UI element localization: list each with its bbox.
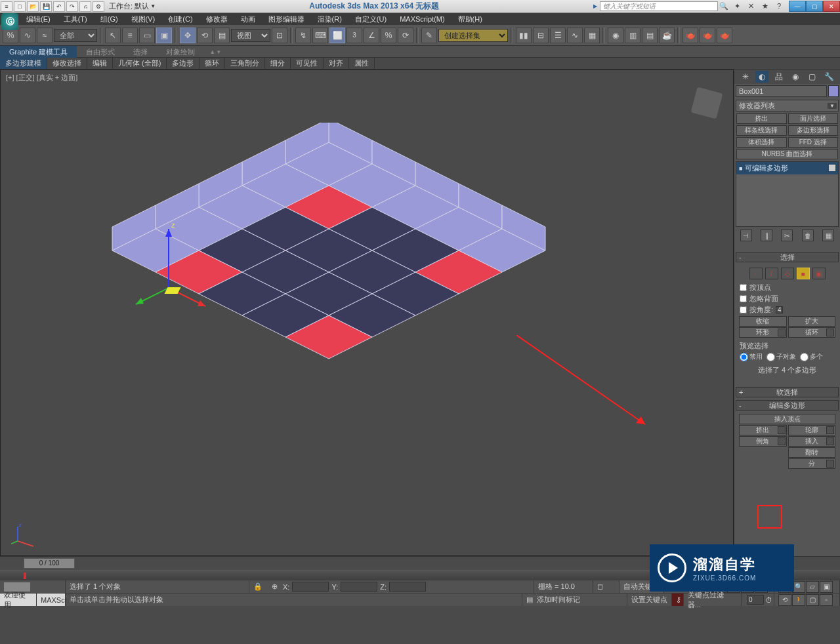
schematic-icon[interactable]: ▦ (584, 28, 600, 43)
radio-preview-multi[interactable] (800, 353, 808, 361)
menu-group[interactable]: 组(G) (94, 14, 125, 24)
subtab-geomall[interactable]: 几何体 (全部) (113, 58, 167, 69)
named-selection-set[interactable]: 创建选择集 (438, 29, 508, 42)
angle-spinner[interactable] (776, 306, 783, 313)
snap-3d-icon[interactable]: 3 (346, 28, 362, 43)
btn-shrink[interactable]: 收缩 (739, 316, 787, 327)
ribbon-objectpaint[interactable]: 对象绘制 (157, 46, 204, 58)
pin-stack-icon[interactable]: ⊣ (740, 230, 752, 241)
render-setup-icon[interactable]: ▥ (625, 28, 640, 43)
menu-tools[interactable]: 工具(T) (57, 14, 94, 24)
qa-new-icon[interactable]: □ (14, 1, 26, 12)
exchange-icon[interactable]: ✕ (746, 1, 757, 12)
qa-settings-icon[interactable]: ⚙ (93, 1, 104, 12)
subtab-polymodel[interactable]: 多边形建模 (0, 58, 47, 69)
btn-loop[interactable]: 循环 (788, 327, 836, 338)
btn-insertvertex[interactable]: 插入顶点 (739, 414, 835, 424)
nav-min-icon[interactable]: ▫ (820, 594, 833, 606)
btn-grow[interactable]: 扩大 (788, 316, 836, 327)
app-logo-icon[interactable]: Ⓖ (1, 13, 18, 30)
viewcube-icon[interactable] (691, 87, 723, 119)
select-region-icon[interactable]: ▭ (139, 28, 155, 43)
subtab-visibility[interactable]: 可见性 (291, 58, 324, 69)
favorites-icon[interactable]: ★ (760, 1, 770, 12)
curve-editor-icon[interactable]: ∿ (567, 28, 583, 43)
hierarchy-panel-icon[interactable]: 品 (772, 71, 786, 83)
rotate-icon[interactable]: ⟲ (197, 28, 213, 43)
search-input[interactable]: 键入关键字或短语 (600, 1, 718, 11)
maximize-button[interactable]: ▢ (806, 1, 823, 12)
timeconfig-icon[interactable]: ▤ (526, 595, 533, 604)
angle-snap-icon[interactable]: ∠ (364, 28, 379, 43)
qa-menu-icon[interactable]: ≡ (1, 1, 12, 12)
subtab-polygons[interactable]: 多边形 (167, 58, 200, 69)
menu-grapheditors[interactable]: 图形编辑器 (262, 14, 311, 24)
window-crossing-icon[interactable]: ▣ (156, 28, 172, 43)
setkey-button[interactable]: 设置关键点 (627, 594, 672, 606)
menu-modifiers[interactable]: 修改器 (200, 14, 234, 24)
render-frame-icon[interactable]: ▤ (642, 28, 658, 43)
qa-undo-icon[interactable]: ↶ (53, 1, 65, 12)
modbtn-splinesel[interactable]: 样条线选择 (736, 125, 787, 136)
nav-maximize-icon[interactable]: ▢ (806, 594, 819, 606)
object-color-swatch[interactable] (828, 85, 839, 97)
menu-rendering[interactable]: 渲染(R) (311, 14, 348, 24)
teapot2-icon[interactable]: 🫖 (700, 28, 715, 43)
nav-zoomall-icon[interactable]: ▣ (820, 581, 833, 593)
outline-opt-icon[interactable] (826, 426, 834, 434)
object-name-input[interactable]: Box001 (736, 85, 827, 97)
nav-walk-icon[interactable]: 🚶 (792, 594, 805, 606)
btn-outline[interactable]: 轮廓 (788, 425, 836, 435)
keyboard-shortcut-icon[interactable]: ⌨ (312, 28, 328, 43)
qa-redo-icon[interactable]: ↷ (66, 1, 78, 12)
teapot1-icon[interactable]: 🫖 (682, 28, 698, 43)
qa-save-icon[interactable]: 💾 (40, 1, 52, 12)
maxscript-listener[interactable]: MAXScr (37, 594, 66, 606)
modbtn-patchsel[interactable]: 面片选择 (788, 113, 839, 124)
make-unique-icon[interactable]: ✂ (781, 230, 793, 241)
select-name-icon[interactable]: ≡ (122, 28, 138, 43)
modify-panel-icon[interactable]: ◐ (755, 71, 768, 83)
subtab-subdiv[interactable]: 细分 (265, 58, 291, 69)
menu-create[interactable]: 创建(C) (161, 14, 199, 24)
spinner-snap-icon[interactable]: ⟳ (398, 28, 413, 43)
snap-2d-icon[interactable]: ⬜ (329, 28, 345, 43)
subobj-polygon-icon[interactable]: ■ (797, 268, 810, 279)
time-slider[interactable]: 0 / 100 (24, 558, 75, 569)
ribbon-collapse-icon[interactable]: ▲ ▾ (209, 49, 220, 55)
mod-stack-toggle[interactable] (829, 165, 835, 171)
chk-byvertex[interactable] (740, 284, 747, 291)
subobj-border-icon[interactable]: ◇ (781, 268, 794, 279)
viewport[interactable]: [+] [正交] [真实 + 边面] (0, 70, 734, 556)
edit-named-sel-icon[interactable]: ✎ (421, 28, 437, 43)
modbtn-nurbssel[interactable]: NURBS 曲面选择 (736, 149, 838, 159)
ribbon-selection[interactable]: 选择 (124, 46, 157, 58)
material-editor-icon[interactable]: ◉ (608, 28, 623, 43)
configure-icon[interactable]: ▦ (822, 230, 834, 241)
lock-selection-icon[interactable]: 🔒 (253, 582, 262, 591)
display-panel-icon[interactable]: ▢ (806, 71, 819, 83)
bind-icon[interactable]: ≈ (37, 28, 52, 43)
nav-zoom-icon[interactable]: 🔍 (792, 581, 805, 593)
select-manipulate-icon[interactable]: ↯ (295, 28, 311, 43)
unlink-icon[interactable]: ∿ (20, 28, 35, 43)
mirror-icon[interactable]: ▮▮ (516, 28, 532, 43)
inset-opt-icon[interactable] (826, 437, 834, 445)
subobj-edge-icon[interactable]: / (765, 268, 778, 279)
modbtn-extrude[interactable]: 挤出 (736, 113, 787, 124)
coord-x-input[interactable] (292, 582, 329, 592)
align-icon[interactable]: ⊟ (533, 28, 549, 43)
transform-typein-icon[interactable]: ⊕ (272, 582, 278, 591)
modifier-stack[interactable]: 可编辑多边形 (736, 161, 839, 227)
pivot-icon[interactable]: ⊡ (272, 28, 287, 43)
subobj-element-icon[interactable]: ▣ (812, 268, 826, 279)
mod-stack-item[interactable]: 可编辑多边形 (736, 162, 838, 174)
layer-icon[interactable]: ☰ (550, 28, 566, 43)
qa-link-icon[interactable]: ⎌ (79, 1, 91, 12)
timeconfig2-icon[interactable]: ⏱ (765, 596, 772, 604)
subtab-loops[interactable]: 循环 (200, 58, 225, 69)
menu-customize[interactable]: 自定义(U) (348, 14, 393, 24)
selection-filter[interactable]: 全部 (54, 29, 97, 42)
infocenter-icon[interactable]: 🔍 (719, 1, 729, 12)
menu-views[interactable]: 视图(V) (125, 14, 162, 24)
